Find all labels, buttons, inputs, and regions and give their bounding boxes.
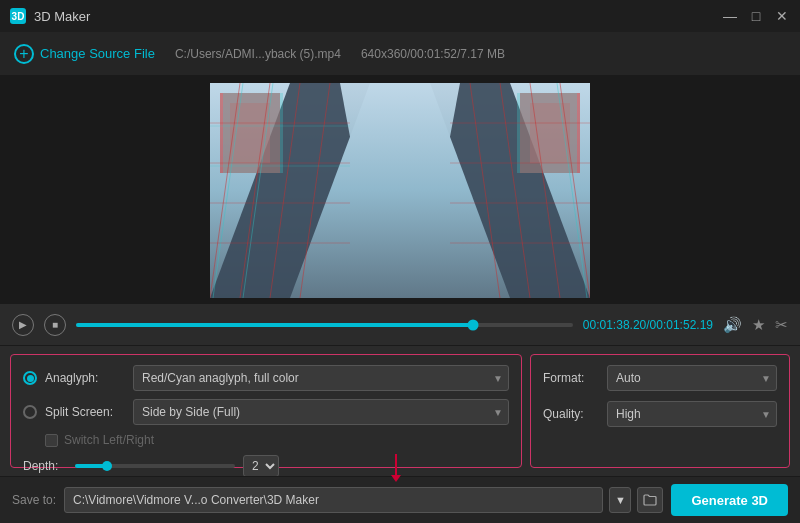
playback-bar: ▶ ■ 00:01:38.20/00:01:52.19 🔊 ★ ✂ [0, 304, 800, 346]
settings-icon[interactable]: ★ [752, 316, 765, 334]
save-path-wrap: ▼ [64, 487, 663, 513]
play-button[interactable]: ▶ [12, 314, 34, 336]
browse-folder-button[interactable] [637, 487, 663, 513]
current-time: 00:01:38.20 [583, 318, 646, 332]
anaglyph-dropdown-wrap: Red/Cyan anaglyph, full color Red/Cyan a… [133, 365, 509, 391]
titlebar-controls: — □ ✕ [722, 8, 790, 24]
anaglyph-select[interactable]: Red/Cyan anaglyph, full color Red/Cyan a… [133, 365, 509, 391]
progress-bar[interactable] [76, 323, 573, 327]
save-path-dropdown-button[interactable]: ▼ [609, 487, 631, 513]
split-screen-radio[interactable] [23, 405, 37, 419]
app-title: 3D Maker [34, 9, 90, 24]
switch-lr-checkbox[interactable] [45, 434, 58, 447]
quality-dropdown-wrap: High Medium Low ▼ [607, 401, 777, 427]
format-select[interactable]: Auto MP4 MKV AVI [607, 365, 777, 391]
save-path-input[interactable] [64, 487, 603, 513]
progress-thumb [468, 319, 479, 330]
split-dropdown-wrap: Side by Side (Full) Side by Side (Half) … [133, 399, 509, 425]
depth-slider-thumb [102, 461, 112, 471]
split-screen-label: Split Screen: [45, 405, 125, 419]
save-to-label: Save to: [12, 493, 56, 507]
time-display: 00:01:38.20/00:01:52.19 [583, 318, 713, 332]
plus-circle-icon: + [14, 44, 34, 64]
settings-panel: Anaglyph: Red/Cyan anaglyph, full color … [0, 346, 800, 476]
anaglyph-row: Anaglyph: Red/Cyan anaglyph, full color … [23, 365, 509, 391]
scissors-icon[interactable]: ✂ [775, 316, 788, 334]
depth-label: Depth: [23, 459, 67, 473]
split-screen-row: Split Screen: Side by Side (Full) Side b… [23, 399, 509, 425]
file-meta: 640x360/00:01:52/7.17 MB [361, 47, 505, 61]
minimize-button[interactable]: — [722, 8, 738, 24]
folder-icon [643, 494, 657, 506]
anaglyph-radio[interactable] [23, 371, 37, 385]
titlebar-left: 3D 3D Maker [10, 8, 90, 24]
progress-fill [76, 323, 473, 327]
format-row: Format: Auto MP4 MKV AVI ▼ [543, 365, 777, 391]
switch-lr-label: Switch Left/Right [64, 433, 154, 447]
total-time: 00:01:52.19 [650, 318, 713, 332]
anaglyph-label: Anaglyph: [45, 371, 125, 385]
app-icon: 3D [10, 8, 26, 24]
change-source-label: Change Source File [40, 46, 155, 61]
depth-select[interactable]: 2 1 3 4 5 [243, 455, 279, 477]
format-dropdown-wrap: Auto MP4 MKV AVI ▼ [607, 365, 777, 391]
red-arrow-indicator [395, 454, 397, 476]
video-preview [210, 83, 590, 298]
split-select[interactable]: Side by Side (Full) Side by Side (Half) … [133, 399, 509, 425]
change-source-button[interactable]: + Change Source File [14, 44, 155, 64]
volume-icon[interactable]: 🔊 [723, 316, 742, 334]
depth-row: Depth: 2 1 3 4 5 [23, 455, 509, 477]
toolbar: + Change Source File C:/Users/ADMI...yba… [0, 32, 800, 76]
file-path: C:/Users/ADMI...yback (5).mp4 [175, 47, 341, 61]
maximize-button[interactable]: □ [748, 8, 764, 24]
depth-value-wrap: 2 1 3 4 5 [243, 455, 279, 477]
switch-lr-row: Switch Left/Right [23, 433, 509, 447]
quality-select[interactable]: High Medium Low [607, 401, 777, 427]
format-label: Format: [543, 371, 599, 385]
preview-area [0, 76, 800, 304]
left-settings-panel: Anaglyph: Red/Cyan anaglyph, full color … [10, 354, 522, 468]
right-settings-panel: Format: Auto MP4 MKV AVI ▼ Quality: High… [530, 354, 790, 468]
quality-label: Quality: [543, 407, 599, 421]
close-button[interactable]: ✕ [774, 8, 790, 24]
titlebar: 3D 3D Maker — □ ✕ [0, 0, 800, 32]
generate-3d-button[interactable]: Generate 3D [671, 484, 788, 516]
footer: Save to: ▼ Generate 3D [0, 476, 800, 523]
stop-button[interactable]: ■ [44, 314, 66, 336]
depth-slider[interactable] [75, 464, 235, 468]
quality-row: Quality: High Medium Low ▼ [543, 401, 777, 427]
